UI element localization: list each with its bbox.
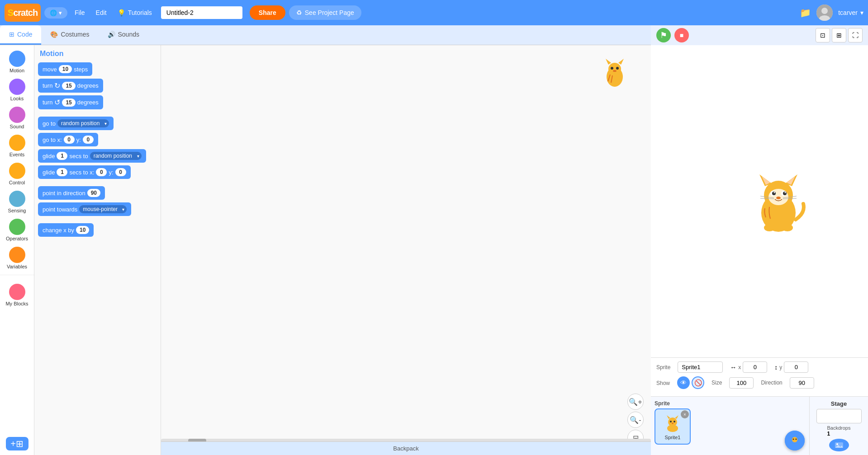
sprite-info-row-1: Sprite ↔ x ↕ y: [656, 361, 863, 373]
block-row-goto: go to random position mouse-pointer: [38, 117, 157, 130]
svg-marker-5: [606, 59, 611, 65]
variables-circle: [9, 247, 25, 263]
avatar: [816, 5, 833, 21]
sound-label: Sound: [10, 124, 24, 129]
globe-chevron: ▾: [59, 9, 62, 16]
sidebar-item-motion[interactable]: Motion: [2, 49, 33, 75]
block-point-towards[interactable]: point towards mouse-pointer: [38, 202, 131, 216]
sidebar-item-events[interactable]: Events: [2, 133, 33, 159]
share-button[interactable]: Share: [250, 5, 285, 20]
x-input[interactable]: [743, 361, 767, 373]
folder-icon: 📁: [800, 8, 811, 18]
looks-circle: [9, 79, 25, 95]
show-visible-button[interactable]: 👁: [677, 376, 690, 389]
add-extension-button[interactable]: +⊞: [6, 437, 28, 450]
block-gotoxy[interactable]: go to x: 0 y: 0: [38, 133, 98, 146]
stop-button[interactable]: ■: [674, 28, 689, 42]
zoom-in-button[interactable]: 🔍+: [627, 394, 644, 410]
script-canvas[interactable]: [161, 45, 651, 441]
spacer1: [38, 112, 157, 117]
folder-button[interactable]: 📁: [800, 7, 811, 18]
control-bar: ⚑ ■ ⊡ ⊞ ⛶: [651, 25, 868, 45]
small-stage-button[interactable]: ⊡: [816, 28, 830, 42]
blocks-panel: Motion move 10 steps turn ↻ 15 degre: [34, 45, 161, 455]
block-turn-ccw[interactable]: turn ↺ 15 degrees: [38, 95, 103, 109]
y-input[interactable]: [784, 361, 808, 373]
fullscreen-button[interactable]: ⛶: [848, 28, 863, 42]
stage-label: Stage: [831, 400, 847, 407]
block-glide-xy[interactable]: glide 1 secs to x: 0 y: 0: [38, 165, 131, 179]
svg-point-36: [670, 421, 672, 422]
block-point-direction[interactable]: point in direction 90: [38, 186, 105, 200]
large-stage-button[interactable]: ⊞: [832, 28, 846, 42]
tab-costumes[interactable]: 🎨 Costumes: [41, 25, 98, 45]
tab-code[interactable]: ⊞ Code: [0, 25, 41, 45]
sidebar-item-sound[interactable]: Sound: [2, 105, 33, 131]
myblocks-circle: [9, 284, 25, 300]
block-turn-cw[interactable]: turn ↻ 15 degrees: [38, 79, 103, 93]
add-backdrop-button[interactable]: [829, 439, 849, 451]
glide-dropdown-wrap: random position mouse-pointer: [90, 152, 142, 160]
project-name-input[interactable]: [161, 6, 242, 19]
sidebar-item-myblocks[interactable]: My Blocks: [2, 282, 33, 308]
add-backdrop-icon: [833, 439, 845, 451]
sprite-delete-button[interactable]: ×: [681, 410, 689, 418]
tutorials-icon: 💡: [118, 9, 125, 16]
sidebar-item-looks[interactable]: Looks: [2, 77, 33, 103]
block-change-x[interactable]: change x by 10: [38, 223, 94, 237]
myblocks-label: My Blocks: [5, 301, 28, 306]
see-project-button[interactable]: ♻ See Project Page: [289, 5, 361, 20]
x-label: x: [738, 364, 741, 371]
language-button[interactable]: 🌐 ▾: [44, 7, 67, 19]
user-menu-button[interactable]: tcarver ▾: [838, 9, 863, 16]
sidebar-item-sensing[interactable]: Sensing: [2, 189, 33, 215]
add-extension-icon: +⊞: [10, 438, 24, 449]
size-label: Size: [711, 380, 722, 386]
svg-point-24: [785, 192, 786, 193]
backpack-label: Backpack: [393, 445, 418, 452]
operators-label: Operators: [6, 236, 28, 241]
scratch-logo[interactable]: Scratch: [5, 4, 41, 22]
sensing-circle: [9, 191, 25, 207]
size-input[interactable]: [729, 377, 754, 389]
svg-point-43: [793, 438, 794, 440]
sidebar-item-variables[interactable]: Variables: [2, 245, 33, 271]
operators-circle: [9, 219, 25, 235]
show-label: Show: [656, 380, 670, 386]
direction-input[interactable]: [790, 377, 814, 389]
backpack-bar[interactable]: Backpack: [161, 441, 651, 455]
goto-dropdown-wrap: random position mouse-pointer: [57, 119, 109, 127]
top-navigation: Scratch 🌐 ▾ File Edit 💡 Tutorials Share …: [0, 0, 868, 25]
glide-dropdown[interactable]: random position mouse-pointer: [90, 152, 142, 160]
sprite-text-label: Sprite: [656, 364, 670, 371]
file-menu-button[interactable]: File: [71, 7, 89, 19]
block-glide-random[interactable]: glide 1 secs to random position mouse-po…: [38, 149, 146, 163]
sidebar-item-control[interactable]: Control: [2, 161, 33, 187]
towards-dropdown[interactable]: mouse-pointer: [79, 205, 127, 213]
svg-point-1: [821, 8, 828, 14]
block-move-steps[interactable]: move 10 steps: [38, 62, 92, 76]
layout-buttons: ⊡ ⊞ ⛶: [816, 28, 863, 42]
tutorials-button[interactable]: 💡 Tutorials: [114, 7, 156, 19]
user-chevron: ▾: [860, 9, 863, 16]
sidebar-item-operators[interactable]: Operators: [2, 217, 33, 243]
stage-thumbnail[interactable]: [816, 409, 862, 423]
small-stage-icon: ⊡: [820, 32, 825, 39]
add-sprite-cat-button[interactable]: [785, 431, 805, 450]
tab-sounds[interactable]: 🔊 Sounds: [99, 25, 148, 45]
main-layout: ⊞ Code 🎨 Costumes 🔊 Sounds Motion: [0, 25, 868, 455]
zoom-out-button[interactable]: 🔍-: [627, 412, 644, 428]
see-project-icon: ♻: [296, 9, 302, 16]
goto-dropdown[interactable]: random position mouse-pointer: [57, 119, 109, 127]
edit-menu-button[interactable]: Edit: [92, 7, 110, 19]
svg-point-44: [796, 438, 797, 440]
green-flag-button[interactable]: ⚑: [656, 28, 671, 42]
sprite-name-input[interactable]: [678, 361, 723, 373]
green-flag-icon: ⚑: [660, 30, 667, 40]
sprite-thumb-sprite1[interactable]: × Sprite1: [655, 408, 691, 445]
large-stage-icon: ⊞: [836, 32, 842, 39]
block-goto[interactable]: go to random position mouse-pointer: [38, 117, 114, 130]
show-hidden-button[interactable]: 🚫: [692, 376, 704, 389]
variables-label: Variables: [7, 264, 27, 269]
towards-dropdown-wrap: mouse-pointer: [79, 205, 127, 213]
